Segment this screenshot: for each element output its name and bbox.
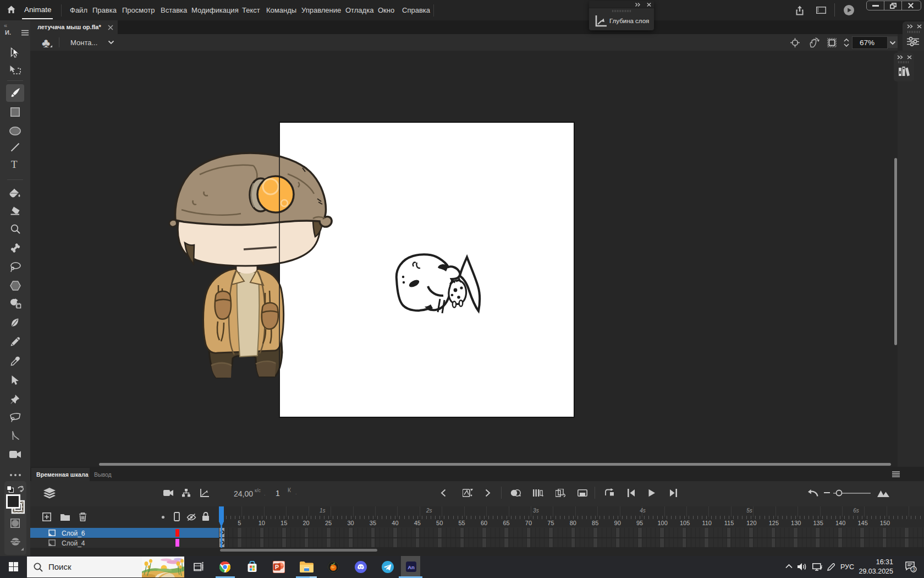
svg-text:3: 3 <box>912 566 915 572</box>
svg-text:P: P <box>275 564 279 570</box>
svg-text:An: An <box>408 564 415 570</box>
